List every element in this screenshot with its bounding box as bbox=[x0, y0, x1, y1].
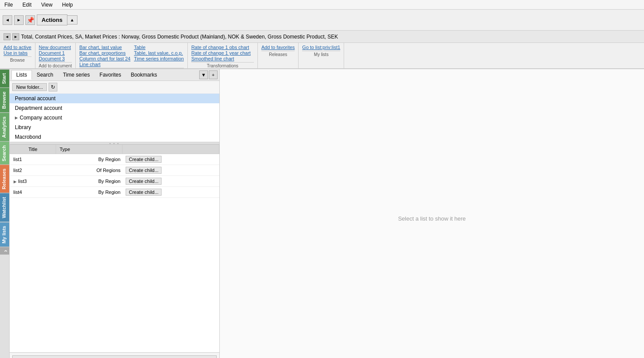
tab-favorites[interactable]: Favorites bbox=[95, 70, 126, 80]
create-child-btn-3[interactable]: Create child... bbox=[126, 178, 162, 185]
menu-file[interactable]: File bbox=[3, 1, 14, 9]
ribbon-releases-title: Releases bbox=[261, 51, 295, 57]
tab-dropdown-button[interactable]: ▼ bbox=[199, 70, 208, 79]
table-row: list4 By Region Create child... bbox=[10, 187, 219, 198]
row-action: Create child... bbox=[122, 154, 219, 165]
create-child-btn-4[interactable]: Create child... bbox=[126, 189, 162, 196]
ribbon-add-document-title: Add to document bbox=[39, 62, 72, 68]
ribbon-document-1[interactable]: Document 1 bbox=[39, 50, 72, 56]
ribbon: Add to active Use in tabs Browse New doc… bbox=[0, 43, 644, 69]
table-row: list1 By Region Create child... bbox=[10, 154, 219, 165]
col-action bbox=[122, 145, 219, 154]
ribbon-releases: Add to favorites Releases bbox=[258, 43, 299, 68]
ribbon-table[interactable]: Table bbox=[134, 45, 184, 50]
tree-item-label: Personal account bbox=[15, 95, 56, 102]
actions-group: Actions ▲ bbox=[37, 14, 77, 25]
sidebar-tab-mylists[interactable]: My lists bbox=[0, 222, 9, 247]
table-row: list2 Of Regions Create child... bbox=[10, 165, 219, 176]
new-folder-button[interactable]: New folder... bbox=[12, 83, 47, 91]
tree-item-label: Library bbox=[15, 124, 31, 130]
ribbon-timeseries-info[interactable]: Time series information bbox=[134, 56, 184, 61]
forward-icon[interactable]: ► bbox=[14, 15, 24, 25]
ribbon-new-document[interactable]: New document bbox=[39, 45, 72, 50]
col-title: Title bbox=[10, 145, 56, 154]
ribbon-my-lists: Go to list:priv:list1 My lists bbox=[299, 43, 344, 68]
create-child-btn-1[interactable]: Create child... bbox=[126, 156, 162, 163]
actions-button[interactable]: Actions bbox=[37, 14, 67, 25]
breadcrumb-text: Total, Constant Prices, SA, Market Price… bbox=[21, 34, 338, 40]
folder-tree: Personal account Department account ▶ Co… bbox=[10, 94, 219, 142]
ribbon-bar-chart-last[interactable]: Bar chart, last value bbox=[79, 45, 130, 50]
tab-lists[interactable]: Lists bbox=[11, 70, 32, 80]
ribbon-rate-1obs[interactable]: Rate of change 1 obs chart bbox=[191, 45, 254, 50]
ribbon-transformations: Rate of change 1 obs chart Rate of chang… bbox=[188, 43, 258, 68]
tab-search[interactable]: Search bbox=[32, 70, 58, 80]
tree-item-library[interactable]: Library bbox=[10, 123, 219, 132]
ribbon-go-to-list[interactable]: Go to list:priv:list1 bbox=[302, 45, 340, 50]
menu-bar: File Edit View Help bbox=[0, 0, 644, 10]
tree-item-personal[interactable]: Personal account bbox=[10, 94, 219, 103]
sidebar-tab-start[interactable]: Start bbox=[0, 69, 9, 88]
row-title: ▶list3 bbox=[10, 176, 56, 187]
ribbon-smoothed[interactable]: Smoothed line chart bbox=[191, 56, 254, 61]
ribbon-add-to-document: New document Document 1 Document 3 Add t… bbox=[35, 43, 76, 68]
tab-bookmarks[interactable]: Bookmarks bbox=[126, 70, 162, 80]
menu-help[interactable]: Help bbox=[60, 1, 75, 9]
row-expand-icon: ▶ bbox=[14, 179, 17, 184]
ribbon-add-favorites[interactable]: Add to favorites bbox=[261, 45, 295, 50]
sidebar-tab-releases[interactable]: Releases bbox=[0, 165, 9, 193]
left-panel: Lists Search Time series Favorites Bookm… bbox=[10, 69, 220, 358]
folder-toolbar: New folder... ↻ bbox=[10, 81, 219, 94]
menu-view[interactable]: View bbox=[39, 1, 54, 9]
row-type: By Region bbox=[56, 176, 123, 187]
sidebar-tab-browse[interactable]: Browse bbox=[0, 88, 9, 112]
row-action: Create child... bbox=[122, 187, 219, 198]
tree-item-label: Company account bbox=[20, 115, 62, 121]
create-new-list-button[interactable]: Create new list... bbox=[12, 355, 217, 358]
pin-icon[interactable]: 📌 bbox=[25, 15, 35, 25]
sidebar-tab-analytics[interactable]: Analytics bbox=[0, 112, 9, 141]
ribbon-document-3[interactable]: Document 3 bbox=[39, 56, 72, 61]
ribbon-column-chart[interactable]: Column chart for last 24 bbox=[79, 56, 130, 61]
main-container: Start Browse Analytics Search Releases W… bbox=[0, 69, 644, 358]
table-row: ▶list3 By Region Create child... bbox=[10, 176, 219, 187]
row-action: Create child... bbox=[122, 176, 219, 187]
panel-container: Lists Search Time series Favorites Bookm… bbox=[10, 69, 644, 358]
tree-item-label: Department account bbox=[15, 105, 62, 111]
ribbon-add-to-active[interactable]: Add to active bbox=[4, 45, 32, 50]
sidebar-tab-watchlist[interactable]: Watchlist bbox=[0, 193, 9, 222]
create-child-btn-2[interactable]: Create child... bbox=[126, 167, 162, 174]
breadcrumb-forward[interactable]: ► bbox=[12, 33, 19, 40]
actions-dropdown-button[interactable]: ▲ bbox=[67, 15, 77, 25]
tree-item-company[interactable]: ▶ Company account bbox=[10, 113, 219, 123]
ribbon-rate-1year[interactable]: Rate of change 1 year chart bbox=[191, 50, 254, 56]
tabs-row: Lists Search Time series Favorites Bookm… bbox=[10, 69, 219, 81]
menu-edit[interactable]: Edit bbox=[21, 1, 33, 9]
row-type: By Region bbox=[56, 187, 123, 198]
row-action: Create child... bbox=[122, 165, 219, 176]
ribbon-table-last[interactable]: Table, last value, c.o.p. bbox=[134, 50, 184, 56]
tree-item-department[interactable]: Department account bbox=[10, 103, 219, 113]
breadcrumb: ◄ ► Total, Constant Prices, SA, Market P… bbox=[0, 31, 644, 43]
toolbar: ◄ ► 📌 Actions ▲ bbox=[0, 10, 644, 31]
tree-item-macrobond[interactable]: Macrobond bbox=[10, 132, 219, 142]
list-table: Title Type list1 By Region Create child.… bbox=[10, 144, 219, 352]
ribbon-presentation: Bar chart, last value Bar chart, proport… bbox=[76, 43, 188, 68]
right-panel-placeholder: Select a list to show it here bbox=[398, 215, 466, 222]
ribbon-use-in-tabs[interactable]: Use in tabs bbox=[4, 50, 32, 56]
breadcrumb-back[interactable]: ◄ bbox=[4, 33, 11, 40]
ribbon-bar-chart-prop[interactable]: Bar chart, proportions bbox=[79, 50, 130, 56]
tab-time-series[interactable]: Time series bbox=[58, 70, 95, 80]
ribbon-line-chart[interactable]: Line chart bbox=[79, 62, 130, 67]
sidebar-tab-expand[interactable]: › bbox=[0, 247, 9, 255]
row-type: Of Regions bbox=[56, 165, 123, 176]
ribbon-browse: Add to active Use in tabs Browse bbox=[0, 43, 35, 68]
refresh-button[interactable]: ↻ bbox=[49, 83, 57, 91]
ribbon-browse-title: Browse bbox=[4, 56, 32, 63]
row-title: list2 bbox=[10, 165, 56, 176]
ribbon-my-lists-title: My lists bbox=[302, 51, 340, 57]
back-icon[interactable]: ◄ bbox=[3, 15, 12, 25]
row-title: list1 bbox=[10, 154, 56, 165]
tab-add-button[interactable]: + bbox=[209, 70, 218, 79]
sidebar-tab-search[interactable]: Search bbox=[0, 141, 9, 165]
